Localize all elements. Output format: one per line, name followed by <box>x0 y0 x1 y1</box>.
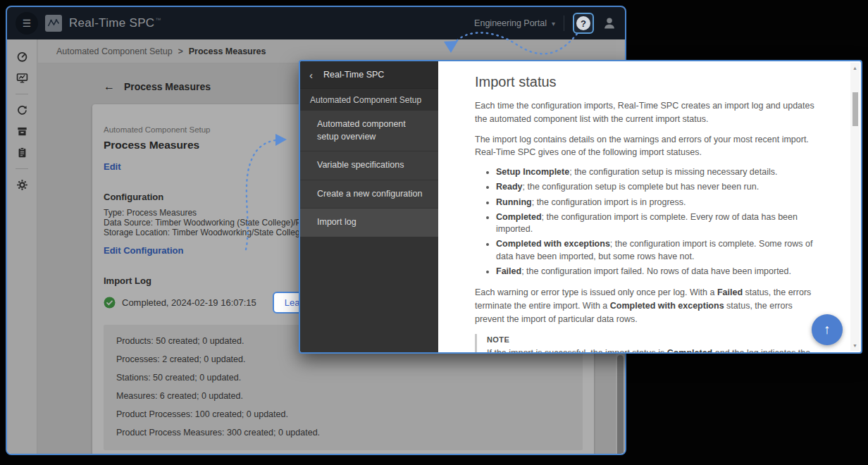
help-back-button[interactable]: ‹ Real-Time SPC <box>300 61 438 88</box>
sync-icon <box>16 104 28 116</box>
help-paragraph: Each warning or error type is issued onl… <box>475 286 819 326</box>
person-icon <box>602 16 616 30</box>
back-arrow-icon[interactable]: ← <box>104 80 115 93</box>
nav-charts-button[interactable] <box>16 72 28 84</box>
help-article-title: Import status <box>475 74 819 90</box>
stat-line: Product Processes: 100 created; 0 update… <box>116 409 570 419</box>
breadcrumb-separator: > <box>178 46 183 56</box>
chevron-left-icon: ‹ <box>309 69 313 81</box>
help-nav-section-label: Automated Component Setup <box>300 88 438 111</box>
note-label: NOTE <box>487 335 819 344</box>
stat-line: Stations: 50 created; 0 updated. <box>116 373 570 383</box>
hamburger-icon: ☰ <box>23 18 32 29</box>
help-paragraph: Each time the configuration imports, Rea… <box>475 99 819 126</box>
import-status-list: Setup Incomplete; the configuration setu… <box>475 166 819 278</box>
sidebar-divider <box>16 94 28 94</box>
help-panel-scrollbar[interactable]: ▲ ▼ <box>850 63 860 351</box>
edit-link[interactable]: Edit <box>104 161 121 172</box>
import-status-item: Running; the configuration import is in … <box>496 197 819 209</box>
scroll-to-top-button[interactable]: ↑ <box>812 314 843 345</box>
nav-worksheets-button[interactable] <box>16 147 28 159</box>
nav-storage-button[interactable] <box>16 125 28 137</box>
help-nav-item[interactable]: Import log <box>300 209 438 237</box>
screenshot-stage: ☰ Real-Time SPC™ Engineering Portal ▾ ? <box>0 0 868 465</box>
page-title: Process Measures <box>124 81 211 92</box>
user-button[interactable] <box>602 16 616 30</box>
portal-label: Engineering Portal <box>474 18 547 28</box>
header-actions: Engineering Portal ▾ ? <box>474 13 616 34</box>
breadcrumb-parent[interactable]: Automated Component Setup <box>56 46 173 56</box>
header-divider <box>564 16 564 31</box>
success-check-icon <box>104 297 116 309</box>
portal-dropdown[interactable]: Engineering Portal ▾ <box>474 18 555 28</box>
help-back-label: Real-Time SPC <box>323 70 384 80</box>
help-scrollbar-thumb[interactable] <box>852 92 858 126</box>
import-status-item: Ready; the configuration setup is comple… <box>496 181 819 193</box>
import-status-item: Failed; the configuration import failed.… <box>496 266 819 278</box>
help-paragraph: The import log contains details on the w… <box>475 133 819 160</box>
clipboard-icon <box>16 147 28 159</box>
help-nav-items: Automated component setup overviewVariab… <box>300 111 438 237</box>
scrollbar-up-arrow-icon[interactable]: ▲ <box>850 66 860 70</box>
hamburger-menu-button[interactable]: ☰ <box>16 12 38 35</box>
trademark-symbol: ™ <box>155 17 161 23</box>
note-block: NOTE If the import is successful, the im… <box>475 334 819 352</box>
chevron-down-icon: ▾ <box>552 20 555 27</box>
help-panel-nav: ‹ Real-Time SPC Automated Component Setu… <box>300 61 438 352</box>
nav-sync-button[interactable] <box>16 104 28 116</box>
arrow-up-icon: ↑ <box>824 322 831 337</box>
edit-configuration-link[interactable]: Edit Configuration <box>104 245 183 256</box>
stat-line: Product Process Measures: 300 created; 0… <box>116 428 570 438</box>
top-header: ☰ Real-Time SPC™ Engineering Portal ▾ ? <box>7 7 625 39</box>
archive-box-icon <box>16 125 28 137</box>
breadcrumb-current: Process Measures <box>189 46 266 56</box>
import-status-item: Setup Incomplete; the configuration setu… <box>496 166 819 178</box>
app-title: Real-Time SPC™ <box>69 16 161 30</box>
help-panel: ‹ Real-Time SPC Automated Component Setu… <box>299 60 862 354</box>
help-nav-item[interactable]: Variable specifications <box>300 151 438 180</box>
help-article: Import status Each time the configuratio… <box>438 61 850 352</box>
help-nav-item[interactable]: Create a new configuration <box>300 180 438 209</box>
gauge-icon <box>16 51 28 63</box>
help-nav-item[interactable]: Automated component setup overview <box>300 111 438 151</box>
help-button[interactable]: ? <box>573 13 594 34</box>
app-logo-icon <box>45 15 62 32</box>
stat-line: Measures: 6 created; 0 updated. <box>116 391 570 401</box>
nav-dashboard-button[interactable] <box>16 51 28 63</box>
stat-line: Processes: 2 created; 0 updated. <box>116 354 570 364</box>
app-scrollbar-thumb[interactable] <box>617 355 624 455</box>
nav-settings-button[interactable] <box>16 179 28 191</box>
sidebar-divider <box>16 168 28 169</box>
import-status-text: Completed, 2024-02-19 16:07:15 <box>122 297 256 308</box>
scrollbar-down-arrow-icon[interactable]: ▼ <box>850 343 860 348</box>
monitor-chart-icon <box>16 72 28 84</box>
import-status-item: Completed with exceptions; the configura… <box>496 238 819 263</box>
import-status-item: Completed; the configuration import is c… <box>496 211 819 236</box>
icon-sidebar <box>7 39 37 454</box>
gear-icon <box>16 179 28 191</box>
note-text: If the import is successful, the import … <box>487 347 819 352</box>
help-icon: ? <box>576 16 590 30</box>
